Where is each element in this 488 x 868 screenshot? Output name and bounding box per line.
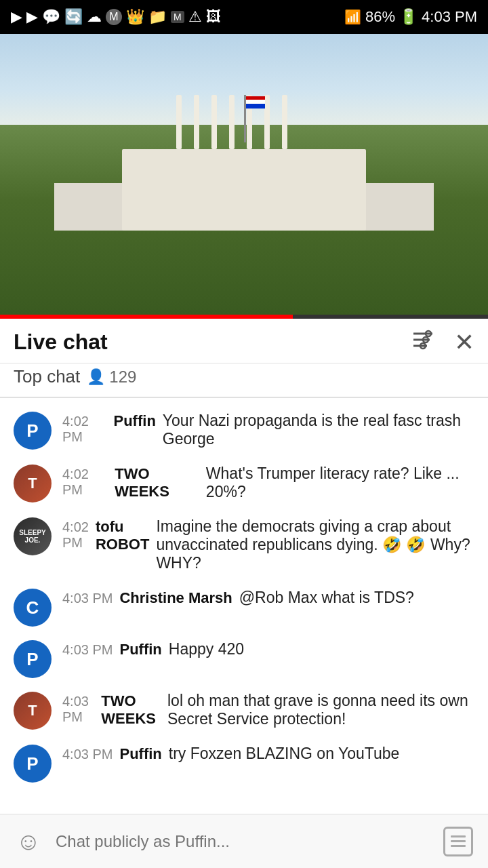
chat-input[interactable] [56, 832, 430, 851]
emoji-button[interactable]: ☺ [11, 824, 46, 859]
youtube-icon: ▶ [26, 8, 38, 26]
play-icon: ▶ [11, 8, 22, 26]
superchat-button[interactable] [439, 824, 477, 859]
message-author: tofu ROBOT [96, 518, 149, 553]
message-content: 4:03 PM Puffin try Foxzen BLAZING on You… [62, 745, 474, 766]
filter-button[interactable] [411, 330, 435, 355]
message-text: What's Trumper literacy rate? Like ... 2… [206, 465, 474, 501]
video-player[interactable] [0, 34, 488, 319]
message-content: 4:02 PM TWO WEEKS What's Trumper literac… [62, 465, 474, 504]
avatar: SLEEPYJOE. [14, 517, 52, 555]
message-time: 4:02 PM [62, 414, 107, 445]
wh-main-building [122, 149, 366, 231]
live-chat-title: Live chat [14, 330, 108, 355]
message-meta: 4:02 PM TWO WEEKS What's Trumper literac… [62, 465, 474, 501]
chat-messages-list: P 4:02 PM Puffin Your Nazi propaganda is… [0, 398, 488, 796]
message-content: 4:02 PM tofu ROBOT Imagine the democrats… [62, 517, 474, 575]
video-progress-fill [0, 315, 293, 319]
chat-input-bar: ☺ [0, 814, 488, 868]
chat-message: P 4:03 PM Puffin Happy 420 [0, 633, 488, 685]
message-text: Imagine the democrats giving a crap abou… [156, 517, 474, 572]
message-author: TWO WEEKS [101, 692, 161, 728]
person-icon: 👤 [87, 368, 105, 386]
message-content: 4:03 PM Christine Marsh @Rob Max what is… [62, 589, 474, 610]
message-time: 4:03 PM [62, 694, 94, 725]
message-meta: 4:02 PM tofu ROBOT Imagine the democrats… [62, 517, 474, 572]
message-meta: 4:02 PM Puffin Your Nazi propaganda is t… [62, 412, 474, 448]
message-text: Your Nazi propaganda is the real fasc tr… [163, 412, 474, 448]
message-time: 4:02 PM [62, 519, 89, 551]
m2-icon: M [171, 11, 184, 23]
message-text: Happy 420 [169, 640, 244, 658]
avatar: T [14, 692, 52, 730]
message-time: 4:03 PM [62, 591, 113, 606]
status-bar-right: 📶 86% 🔋 4:03 PM [344, 8, 477, 26]
close-button[interactable]: ✕ [454, 330, 474, 355]
message-content: 4:03 PM TWO WEEKS lol oh man that grave … [62, 692, 474, 731]
live-chat-header: Live chat ✕ [0, 319, 488, 363]
avatar: P [14, 640, 52, 678]
avatar: P [14, 412, 52, 450]
avatar: C [14, 589, 52, 627]
wifi-icon: 📶 [344, 9, 361, 25]
message-author: Puffin [119, 641, 161, 658]
chat-message: C 4:03 PM Christine Marsh @Rob Max what … [0, 582, 488, 633]
battery-icon: 🔋 [399, 8, 418, 26]
message-time: 4:03 PM [62, 642, 113, 658]
superchat-icon [443, 827, 473, 856]
avatar: T [14, 465, 52, 502]
status-bar-left: ▶ ▶ 💬 🔄 ☁ M 👑 📁 M ⚠ 🖼 [11, 8, 221, 26]
sync-icon: 🔄 [64, 8, 83, 26]
message-time: 4:03 PM [62, 747, 113, 762]
message-text: lol oh man that grave is gonna need its … [167, 692, 474, 728]
message-text: try Foxzen BLAZING on YouTube [169, 745, 400, 763]
crown-icon: 👑 [126, 8, 144, 26]
cloud-icon: ☁ [87, 8, 102, 26]
message-time: 4:02 PM [62, 467, 108, 498]
message-text: @Rob Max what is TDS? [239, 589, 414, 607]
chat-message: P 4:03 PM Puffin try Foxzen BLAZING on Y… [0, 738, 488, 789]
message-meta: 4:03 PM Christine Marsh @Rob Max what is… [62, 589, 474, 607]
top-chat-label: Top chat [14, 366, 80, 387]
message-meta: 4:03 PM Puffin try Foxzen BLAZING on You… [62, 745, 474, 763]
message-author: Puffin [119, 745, 161, 763]
top-chat-bar: Top chat 👤 129 [0, 363, 488, 398]
chat-message: SLEEPYJOE. 4:02 PM tofu ROBOT Imagine th… [0, 511, 488, 582]
m-icon: M [106, 9, 122, 25]
folder-icon: 📁 [148, 8, 167, 26]
chat-message: T 4:03 PM TWO WEEKS lol oh man that grav… [0, 685, 488, 738]
chat-message: T 4:02 PM TWO WEEKS What's Trumper liter… [0, 458, 488, 511]
chat-message: P 4:02 PM Puffin Your Nazi propaganda is… [0, 405, 488, 458]
time-display: 4:03 PM [422, 8, 477, 26]
viewer-count-number: 129 [109, 368, 136, 387]
battery-text: 86% [365, 8, 395, 26]
chat-icon: 💬 [42, 8, 60, 26]
image-icon: 🖼 [206, 8, 221, 26]
flag [246, 96, 265, 108]
wh-columns [176, 95, 287, 149]
message-author: Puffin [114, 412, 156, 430]
status-bar: ▶ ▶ 💬 🔄 ☁ M 👑 📁 M ⚠ 🖼 📶 86% 🔋 4:03 PM [0, 0, 488, 34]
avatar: P [14, 745, 52, 783]
message-content: 4:02 PM Puffin Your Nazi propaganda is t… [62, 412, 474, 451]
message-meta: 4:03 PM Puffin Happy 420 [62, 640, 474, 658]
message-content: 4:03 PM Puffin Happy 420 [62, 640, 474, 661]
message-author: Christine Marsh [119, 589, 232, 607]
message-author: TWO WEEKS [115, 465, 199, 500]
video-progress-bar[interactable] [0, 315, 488, 319]
message-meta: 4:03 PM TWO WEEKS lol oh man that grave … [62, 692, 474, 728]
warning-icon: ⚠ [188, 8, 202, 26]
viewer-count: 👤 129 [87, 368, 136, 387]
live-chat-controls: ✕ [411, 330, 474, 355]
